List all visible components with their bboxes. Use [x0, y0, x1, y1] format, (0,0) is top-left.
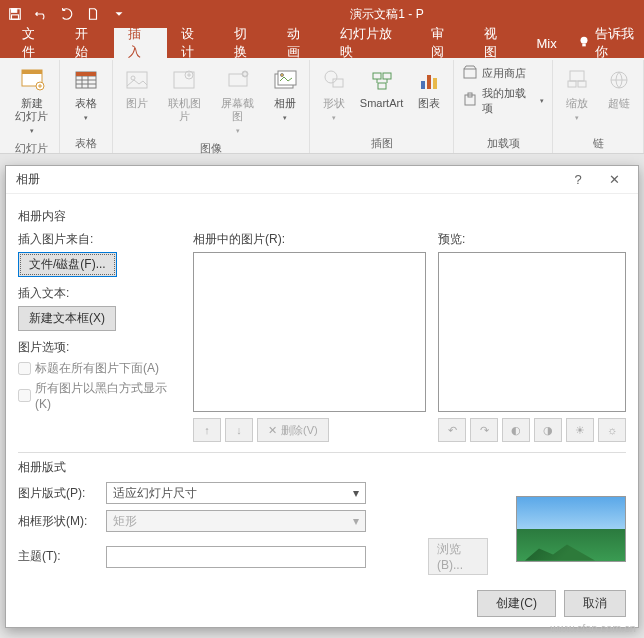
group-slides-label: 幻灯片 — [15, 139, 48, 158]
album-pictures-list[interactable] — [193, 252, 426, 412]
hyperlink-label: 超链 — [608, 97, 630, 110]
chevron-down-icon: ▾ — [540, 97, 544, 105]
tab-insert[interactable]: 插入 — [114, 28, 167, 58]
group-addins-label: 加载项 — [487, 134, 520, 153]
my-addins-button[interactable]: 我的加载项 ▾ — [458, 84, 548, 118]
bw-checkbox[interactable] — [18, 389, 31, 402]
rotate-right-icon: ↷ — [480, 424, 489, 437]
table-label: 表格▾ — [75, 97, 97, 123]
tab-mix[interactable]: Mix — [523, 28, 571, 58]
close-button[interactable]: ✕ — [596, 167, 632, 193]
caption-checkbox-label: 标题在所有图片下面(A) — [35, 360, 159, 377]
brightness-down-icon: ☼ — [607, 424, 617, 436]
contrast-up-icon: ◐ — [511, 424, 521, 437]
screenshot-button[interactable]: 屏幕截图▾ — [212, 62, 263, 139]
hyperlink-button[interactable]: 超链 — [599, 62, 639, 112]
zoom-button[interactable]: 缩放▾ — [557, 62, 597, 125]
svg-point-3 — [580, 36, 587, 43]
theme-input[interactable] — [106, 546, 366, 568]
tab-home[interactable]: 开始 — [61, 28, 114, 58]
move-down-button[interactable]: ↓ — [225, 418, 253, 442]
svg-point-11 — [131, 76, 135, 80]
arrow-down-icon: ↓ — [236, 424, 242, 436]
browse-button[interactable]: 浏览(B)... — [428, 538, 488, 575]
frame-shape-select[interactable]: 矩形▾ — [106, 510, 366, 532]
group-links-label: 链 — [593, 134, 604, 153]
cancel-button[interactable]: 取消 — [564, 590, 626, 617]
caption-checkbox[interactable] — [18, 362, 31, 375]
group-addins: 应用商店 我的加载项 ▾ 加载项 — [454, 60, 553, 153]
group-images: 图片 联机图片 屏幕截图▾ 相册▾ 图像 — [113, 60, 309, 153]
tab-design[interactable]: 设计 — [167, 28, 220, 58]
new-slide-button[interactable]: 新建 幻灯片 ▾ — [8, 62, 55, 139]
save-icon[interactable] — [4, 3, 26, 25]
tab-review[interactable]: 审阅 — [417, 28, 470, 58]
tell-me-text: 告诉我你 — [595, 25, 644, 61]
contrast-up-button[interactable]: ◐ — [502, 418, 530, 442]
hyperlink-icon — [603, 64, 635, 96]
shapes-label: 形状▾ — [323, 97, 345, 123]
svg-rect-31 — [568, 81, 576, 87]
pic-layout-select[interactable]: 适应幻灯片尺寸▾ — [106, 482, 366, 504]
tab-file[interactable]: 文件 — [8, 28, 61, 58]
picture-label: 图片 — [126, 97, 148, 110]
addins-icon — [462, 92, 478, 110]
group-illustrations: 形状▾ SmartArt 图表 插图 — [310, 60, 454, 153]
frame-shape-label: 相框形状(M): — [18, 513, 98, 530]
new-textbox-button[interactable]: 新建文本框(X) — [18, 306, 116, 331]
album-button[interactable]: 相册▾ — [265, 62, 304, 125]
redo-icon[interactable] — [56, 3, 78, 25]
chart-button[interactable]: 图表 — [409, 62, 449, 112]
svg-rect-21 — [373, 73, 381, 79]
group-images-label: 图像 — [200, 139, 222, 158]
title-bar: 演示文稿1 - P — [0, 0, 644, 28]
svg-rect-22 — [383, 73, 391, 79]
smartart-button[interactable]: SmartArt — [356, 62, 407, 112]
group-tables-label: 表格 — [75, 134, 97, 153]
table-icon — [70, 64, 102, 96]
album-dialog: 相册 ? ✕ 相册内容 插入图片来自: 文件/磁盘(F)... 插入文本: 新建… — [5, 165, 639, 628]
brightness-up-button[interactable]: ☀ — [566, 418, 594, 442]
svg-rect-27 — [464, 69, 476, 78]
picture-button[interactable]: 图片 — [117, 62, 156, 112]
online-picture-icon — [168, 64, 200, 96]
preview-label: 预览: — [438, 231, 626, 248]
preview-box — [438, 252, 626, 412]
delete-button[interactable]: ✕删除(V) — [257, 418, 329, 442]
shapes-button[interactable]: 形状▾ — [314, 62, 354, 125]
tab-slideshow[interactable]: 幻灯片放映 — [326, 28, 417, 58]
qat-dropdown-icon[interactable] — [108, 3, 130, 25]
new-file-icon[interactable] — [82, 3, 104, 25]
album-icon — [269, 64, 301, 96]
rotate-left-button[interactable]: ↶ — [438, 418, 466, 442]
delete-icon: ✕ — [268, 424, 277, 437]
rotate-right-button[interactable]: ↷ — [470, 418, 498, 442]
chevron-down-icon: ▾ — [353, 486, 359, 500]
zoom-icon — [561, 64, 593, 96]
online-picture-button[interactable]: 联机图片 — [159, 62, 210, 125]
brightness-down-button[interactable]: ☼ — [598, 418, 626, 442]
file-disk-button[interactable]: 文件/磁盘(F)... — [18, 252, 117, 277]
tab-transitions[interactable]: 切换 — [220, 28, 273, 58]
pic-options-label: 图片选项: — [18, 339, 181, 356]
bw-checkbox-row[interactable]: 所有图片以黑白方式显示(K) — [18, 380, 181, 411]
watermark: www.cfan.com.cn — [550, 622, 636, 634]
tab-animations[interactable]: 动画 — [273, 28, 326, 58]
new-slide-icon — [16, 64, 48, 96]
help-button[interactable]: ? — [560, 167, 596, 193]
divider — [18, 452, 626, 453]
online-picture-label: 联机图片 — [163, 97, 206, 123]
layout-thumbnail — [516, 496, 626, 562]
lightbulb-icon — [577, 35, 591, 52]
table-button[interactable]: 表格▾ — [64, 62, 108, 125]
caption-checkbox-row[interactable]: 标题在所有图片下面(A) — [18, 360, 181, 377]
svg-rect-17 — [278, 71, 296, 85]
move-up-button[interactable]: ↑ — [193, 418, 221, 442]
create-button[interactable]: 创建(C) — [477, 590, 556, 617]
pics-in-album-label: 相册中的图片(R): — [193, 231, 426, 248]
contrast-down-button[interactable]: ◑ — [534, 418, 562, 442]
tell-me[interactable]: 告诉我你 — [577, 28, 644, 58]
tab-view[interactable]: 视图 — [470, 28, 523, 58]
store-button[interactable]: 应用商店 — [458, 62, 548, 84]
undo-icon[interactable] — [30, 3, 52, 25]
